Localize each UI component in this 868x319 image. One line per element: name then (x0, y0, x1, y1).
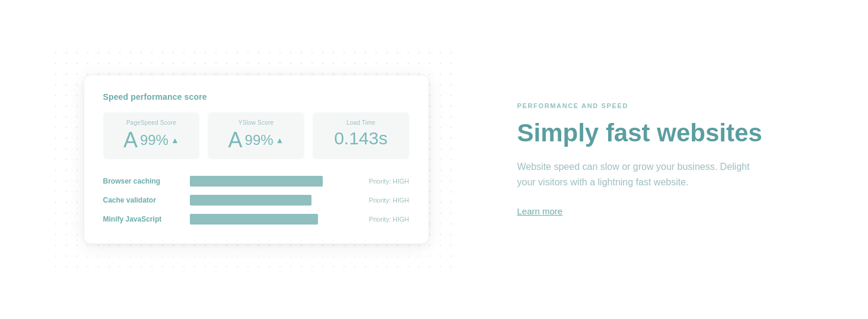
yslow-arrow: ▲ (276, 136, 284, 144)
learn-more-link[interactable]: Learn more (517, 206, 563, 216)
main-container: Speed performance score PageSpeed Score … (19, 28, 850, 291)
score-boxes: PageSpeed Score A 99% ▲ YSlow Score A 99… (103, 112, 409, 159)
yslow-value: A 99% ▲ (228, 130, 284, 151)
pagespeed-arrow: ▲ (171, 136, 179, 144)
item-label-minify-js: Minify JavaScript (103, 215, 180, 223)
left-section: Speed performance score PageSpeed Score … (55, 52, 458, 267)
right-section: PERFORMANCE AND SPEED Simply fast websit… (505, 102, 814, 217)
table-row: Minify JavaScript Priority: HIGH (103, 214, 409, 225)
load-time-box: Load Time 0.143s (313, 112, 409, 159)
item-priority-cache-validator: Priority: HIGH (356, 197, 409, 204)
item-bar-container (190, 195, 346, 206)
load-time-number: 0.143s (334, 130, 387, 147)
item-bar-container (190, 176, 346, 187)
yslow-label: YSlow Score (239, 119, 274, 126)
section-description: Website speed can slow or grow your busi… (517, 159, 767, 189)
pagespeed-score-box: PageSpeed Score A 99% ▲ (103, 112, 200, 159)
section-eyebrow: PERFORMANCE AND SPEED (517, 102, 814, 109)
section-title: Simply fast websites (517, 119, 814, 147)
pagespeed-label: PageSpeed Score (126, 119, 176, 126)
load-time-value-display: 0.143s (334, 130, 387, 147)
item-bar-browser-caching (190, 176, 323, 187)
item-priority-browser-caching: Priority: HIGH (356, 178, 409, 185)
speed-card: Speed performance score PageSpeed Score … (84, 75, 428, 244)
table-row: Cache validator Priority: HIGH (103, 195, 409, 206)
item-bar-container (190, 214, 346, 225)
yslow-percent: 99% (245, 133, 274, 147)
load-time-label: Load Time (346, 119, 376, 126)
item-label-browser-caching: Browser caching (103, 177, 180, 185)
table-row: Browser caching Priority: HIGH (103, 176, 409, 187)
pagespeed-letter: A (123, 130, 138, 151)
yslow-letter: A (228, 130, 243, 151)
item-priority-minify-js: Priority: HIGH (356, 216, 409, 223)
pagespeed-value: A 99% ▲ (123, 130, 179, 151)
pagespeed-percent: 99% (140, 133, 168, 147)
item-bar-minify-js (190, 214, 318, 225)
item-label-cache-validator: Cache validator (103, 196, 180, 204)
items-list: Browser caching Priority: HIGH Cache val… (103, 176, 409, 225)
card-title: Speed performance score (103, 92, 409, 102)
yslow-score-box: YSlow Score A 99% ▲ (208, 112, 304, 159)
item-bar-cache-validator (190, 195, 312, 206)
